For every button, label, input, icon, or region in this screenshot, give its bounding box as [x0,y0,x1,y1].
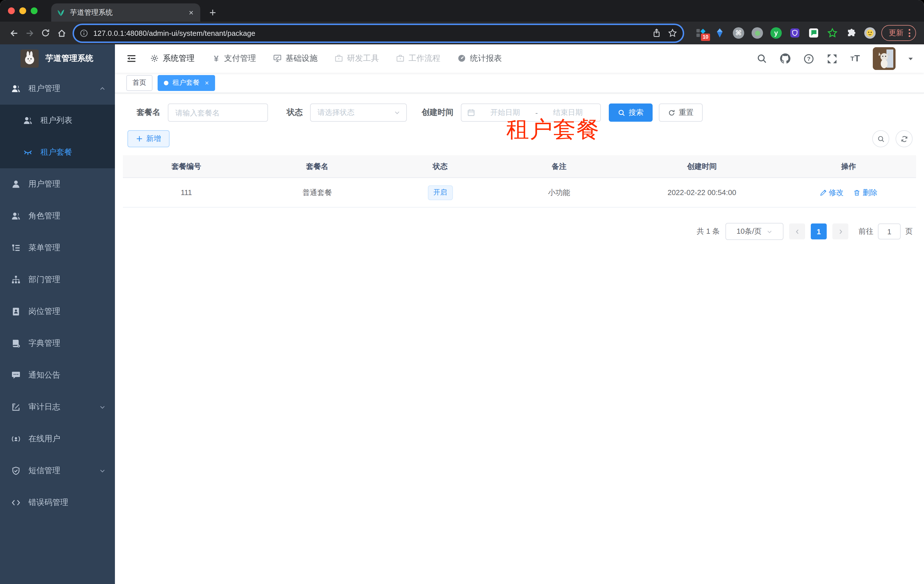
reload-button[interactable] [38,25,53,41]
font-size-icon[interactable]: TT [850,53,861,64]
nav-dev-tools[interactable]: 研发工具 [335,53,379,64]
new-tab-button[interactable]: + [210,7,216,18]
extension-record-icon[interactable] [752,27,763,39]
briefcase-icon [335,54,344,63]
extension-command-icon[interactable]: ⌘ [733,27,744,39]
forward-button[interactable] [21,25,38,41]
avatar-caret-icon[interactable] [908,56,914,62]
tab-close-icon[interactable]: × [188,8,195,17]
sidebar-item-menu-management[interactable]: 菜单管理 [0,232,115,264]
nav-label: 支付管理 [224,53,256,64]
sidebar-item-notice[interactable]: 通知公告 [0,359,115,391]
extension-grid-icon[interactable]: 10 [695,27,707,39]
tag-home[interactable]: 首页 [126,75,152,91]
table-search-icon-button[interactable] [872,130,889,147]
user-avatar[interactable] [873,47,896,70]
package-name-input[interactable] [168,104,268,122]
extension-star-icon[interactable] [827,27,838,39]
close-window-button[interactable] [8,7,15,14]
home-button[interactable] [53,25,69,41]
sidebar-item-tenant-package[interactable]: 租户套餐 [0,137,115,168]
site-info-icon[interactable] [80,29,88,37]
browser-tab[interactable]: 芋道管理系统 × [51,3,200,21]
yen-icon: ¥ [212,54,221,63]
nav-workflow[interactable]: 工作流程 [396,53,441,64]
bookmark-star-icon[interactable] [668,28,677,38]
maximize-window-button[interactable] [31,7,38,14]
add-label: 新增 [146,133,161,144]
date-end-placeholder: 结束日期 [541,107,594,118]
url-text[interactable]: 127.0.0.1:48080/admin-ui/system/tenant/p… [93,29,645,37]
status-badge[interactable]: 开启 [427,185,453,200]
sidebar-item-tenant-list[interactable]: 租户列表 [0,105,115,137]
app-shell: 芋道管理系统 租户管理 租 [0,44,924,584]
sidebar-item-tenant-management[interactable]: 租户管理 [0,73,115,105]
next-page-button[interactable] [832,224,848,239]
chrome-update-button[interactable]: 更新 [881,25,916,41]
sidebar-item-label: 错误码管理 [28,498,68,508]
chat-bubble-icon [12,371,20,380]
chevron-down-icon [99,404,106,411]
sidebar-item-dept-management[interactable]: 部门管理 [0,264,115,296]
nav-system-management[interactable]: 系统管理 [150,53,195,64]
extension-shield-icon[interactable] [789,27,800,39]
header-search-icon[interactable] [756,53,767,64]
delete-label: 删除 [863,188,878,197]
nav-infrastructure[interactable]: 基础设施 [273,53,317,64]
sidebar-item-role-management[interactable]: 角色管理 [0,200,115,232]
back-button[interactable] [6,25,21,41]
reset-button[interactable]: 重置 [659,104,703,122]
extensions-puzzle-icon[interactable] [845,27,857,39]
extension-y-icon[interactable]: y [771,27,782,39]
col-status: 状态 [384,155,495,178]
extension-chat-icon[interactable] [808,27,819,39]
app-title: 芋道管理系统 [46,53,93,64]
sidebar-item-post-management[interactable]: 岗位管理 [0,296,115,327]
share-icon[interactable] [652,28,661,38]
chevron-up-icon [99,85,106,92]
fullscreen-icon[interactable] [826,53,838,64]
date-range-picker[interactable]: 开始日期 - 结束日期 [461,104,601,122]
sidebar-item-error-code[interactable]: 错误码管理 [0,487,115,518]
sidebar-item-sms-management[interactable]: 短信管理 [0,455,115,487]
tag-close-icon[interactable]: × [205,79,209,87]
delete-link[interactable]: 删除 [854,188,878,197]
cell-actions: 修改 删除 [781,178,916,207]
chevron-left-icon [794,228,800,235]
sidebar-item-dict-management[interactable]: 字典管理 [0,327,115,359]
edit-link[interactable]: 修改 [820,188,843,197]
sidebar-item-user-management[interactable]: 用户管理 [0,168,115,200]
sidebar-item-online-users[interactable]: 在线用户 [0,423,115,455]
page-content: 套餐名 状态 请选择状态 创建时间 开始日期 - 结束日期 [115,93,924,584]
profile-avatar-icon[interactable] [864,27,876,39]
minimize-window-button[interactable] [19,7,26,14]
prev-page-button[interactable] [789,224,805,239]
tree-menu-icon [12,243,20,252]
sidebar-item-label: 字典管理 [28,338,60,349]
nav-payment-management[interactable]: ¥ 支付管理 [212,53,256,64]
help-icon[interactable]: ? [803,53,814,64]
goto-page-input[interactable] [878,224,901,239]
url-bar[interactable]: 127.0.0.1:48080/admin-ui/system/tenant/p… [74,25,683,41]
sidebar-collapse-icon[interactable] [122,49,141,68]
extensions-area: 10 ⌘ y [695,27,876,39]
table-refresh-icon-button[interactable] [896,130,912,147]
table-row: 111 普通套餐 开启 小功能 2022-02-22 00:54:00 修改 [123,178,916,207]
browser-menu-icon[interactable] [909,29,910,37]
page-number-current[interactable]: 1 [811,224,827,239]
github-icon[interactable] [779,53,791,64]
search-button[interactable]: 搜索 [609,104,653,122]
tag-tenant-package[interactable]: 租户套餐 × [158,75,215,91]
sidebar-logo[interactable]: 芋道管理系统 [0,44,115,73]
status-select[interactable]: 请选择状态 [310,104,407,122]
sidebar-item-audit-log[interactable]: 审计日志 [0,391,115,423]
nav-statistics[interactable]: 统计报表 [457,53,502,64]
extension-gem-icon[interactable] [714,27,726,39]
header-actions: ? TT [756,47,917,70]
sidebar-menu: 租户管理 租户列表 [0,73,115,584]
page-size-select[interactable]: 10条/页 [726,223,784,240]
edit-log-icon [12,403,20,412]
extension-badge: 10 [701,33,710,41]
add-button[interactable]: 新增 [127,130,170,147]
chevron-down-icon [766,228,772,235]
